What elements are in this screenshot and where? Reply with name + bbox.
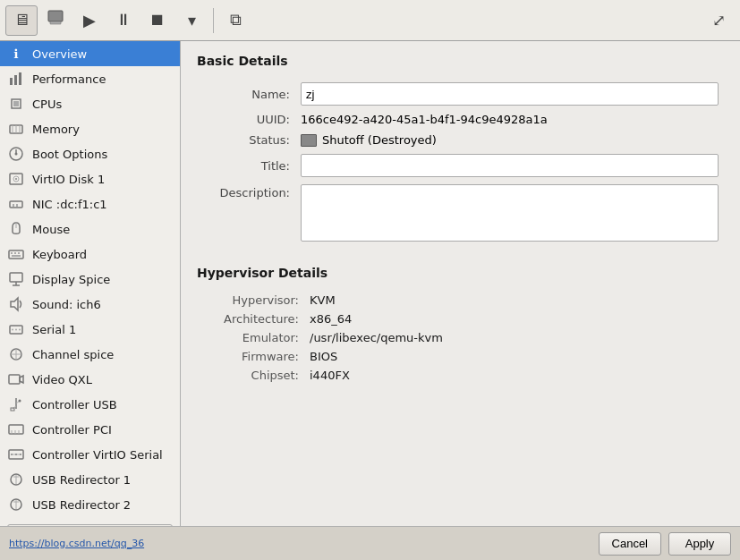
sidebar-item-label: CPUs — [32, 98, 62, 111]
sidebar-item-video-qxl[interactable]: Video QXL — [0, 367, 180, 392]
virtio-serial-icon — [7, 445, 25, 463]
sidebar-item-usb-redirector-1[interactable]: USB Redirector 1 — [0, 467, 180, 492]
clone-icon: ⧉ — [230, 11, 242, 30]
sidebar-item-nic[interactable]: NIC :dc:f1:c1 — [0, 191, 180, 216]
title-label: Title: — [197, 150, 295, 181]
title-row: Title: — [197, 150, 724, 181]
sidebar-item-boot-options[interactable]: Boot Options — [0, 141, 180, 166]
stop-icon: ⏹ — [149, 11, 166, 30]
sidebar-item-sound[interactable]: Sound: ich6 — [0, 292, 180, 317]
sidebar-item-label: USB Redirector 1 — [32, 473, 131, 487]
uuid-label: UUID: — [197, 109, 295, 130]
toolbar-separator — [213, 8, 214, 33]
svg-rect-6 — [13, 101, 19, 106]
svg-point-31 — [12, 329, 13, 331]
serial-icon — [7, 320, 25, 338]
architecture-value: x86_64 — [304, 310, 724, 328]
detail-panel: Basic Details Name: UUID: 166ce492-a420-… — [181, 41, 740, 526]
sidebar-item-label: Overview — [32, 47, 87, 61]
sidebar-item-controller-usb[interactable]: Controller USB — [0, 392, 180, 417]
sidebar-item-keyboard[interactable]: Keyboard — [0, 242, 180, 267]
uuid-value: 166ce492-a420-45a1-b4f1-94c9e4928a1a — [301, 113, 548, 126]
sidebar-item-serial1[interactable]: Serial 1 — [0, 317, 180, 342]
sidebar-item-cpus[interactable]: CPUs — [0, 91, 180, 116]
firmware-label: Firmware: — [197, 347, 304, 366]
boot-icon — [7, 145, 25, 163]
migrate-button[interactable]: ⤢ — [702, 5, 735, 36]
sidebar-item-label: Mouse — [32, 223, 70, 236]
sidebar-item-virtio-disk[interactable]: VirtIO Disk 1 — [0, 166, 180, 191]
svg-rect-21 — [9, 250, 23, 259]
svg-rect-22 — [11, 252, 13, 254]
sidebar-item-memory[interactable]: Memory — [0, 116, 180, 141]
dropdown-button[interactable]: ▾ — [175, 5, 208, 36]
sidebar-item-label: NIC :dc:f1:c1 — [32, 198, 107, 211]
stop-button[interactable]: ⏹ — [141, 5, 174, 36]
sidebar-item-display-spice[interactable]: Display Spice — [0, 267, 180, 292]
status-label: Status: — [197, 130, 295, 150]
description-input[interactable] — [301, 184, 719, 242]
power-icon — [47, 9, 64, 31]
svg-point-51 — [15, 454, 17, 455]
architecture-row: Architecture: x86_64 — [197, 310, 724, 328]
migrate-icon: ⤢ — [712, 11, 726, 30]
sidebar-item-label: Controller USB — [32, 398, 117, 412]
sidebar-item-label: Controller VirtIO Serial — [32, 448, 163, 462]
usb-redirector-2-icon — [7, 496, 25, 513]
power-button[interactable] — [39, 5, 72, 36]
monitor-icon: 🖥 — [13, 11, 30, 30]
memory-icon — [7, 120, 25, 138]
help-link[interactable]: https://blog.csdn.net/qq_36 — [9, 538, 144, 549]
mouse-icon — [7, 220, 25, 238]
uuid-row: UUID: 166ce492-a420-45a1-b4f1-94c9e4928a… — [197, 109, 724, 130]
cancel-button[interactable]: Cancel — [599, 532, 661, 556]
status-icon — [301, 134, 317, 147]
clone-button[interactable]: ⧉ — [219, 5, 251, 36]
play-button[interactable]: ▶ — [73, 5, 106, 36]
disk-icon — [7, 170, 25, 188]
svg-rect-0 — [48, 11, 63, 21]
main-content: ℹ Overview Performance CPUs Memory Boo — [0, 41, 740, 526]
svg-point-50 — [11, 454, 13, 455]
name-input[interactable] — [301, 82, 719, 106]
status-value: Shutoff (Destroyed) — [322, 133, 437, 147]
usb-icon — [7, 395, 25, 413]
svg-rect-23 — [14, 252, 16, 254]
sidebar-item-mouse[interactable]: Mouse — [0, 216, 180, 242]
sidebar-item-controller-virtio-serial[interactable]: Controller VirtIO Serial — [0, 442, 180, 467]
bottom-bar: https://blog.csdn.net/qq_36 Cancel Apply — [0, 526, 740, 560]
pause-icon: ⏸ — [115, 11, 132, 30]
sidebar-item-label: Video QXL — [32, 373, 92, 386]
sidebar-item-overview[interactable]: ℹ Overview — [0, 41, 180, 66]
title-input[interactable] — [301, 154, 719, 177]
sidebar-item-label: Memory — [32, 123, 80, 136]
description-cell — [295, 181, 724, 248]
monitor-button[interactable]: 🖥 — [5, 5, 38, 36]
status-cell: Shutoff (Destroyed) — [295, 130, 724, 150]
svg-rect-25 — [12, 255, 21, 257]
sidebar-item-controller-pci[interactable]: Controller PCI — [0, 417, 180, 442]
sidebar-item-channel-spice[interactable]: Channel spice — [0, 342, 180, 367]
emulator-label: Emulator: — [197, 328, 304, 347]
chipset-label: Chipset: — [197, 366, 304, 385]
sidebar-item-performance[interactable]: Performance — [0, 66, 180, 91]
sidebar-item-label: Keyboard — [32, 248, 87, 261]
svg-point-16 — [15, 178, 17, 180]
name-cell — [295, 79, 724, 109]
status-display: Shutoff (Destroyed) — [301, 133, 719, 147]
chipset-row: Chipset: i440FX — [197, 366, 724, 385]
chipset-value: i440FX — [304, 366, 724, 385]
svg-rect-24 — [18, 252, 20, 254]
basic-details-title: Basic Details — [197, 54, 724, 68]
sidebar-item-usb-redirector-2[interactable]: USB Redirector 2 — [0, 492, 180, 517]
svg-rect-43 — [11, 408, 14, 411]
nic-icon — [7, 195, 25, 213]
hypervisor-row: Hypervisor: KVM — [197, 291, 724, 310]
apply-button[interactable]: Apply — [668, 532, 731, 556]
play-icon: ▶ — [83, 11, 96, 30]
name-row: Name: — [197, 79, 724, 109]
keyboard-icon — [7, 245, 25, 263]
svg-marker-38 — [20, 376, 23, 383]
firmware-value: BIOS — [304, 347, 724, 366]
pause-button[interactable]: ⏸ — [107, 5, 140, 36]
